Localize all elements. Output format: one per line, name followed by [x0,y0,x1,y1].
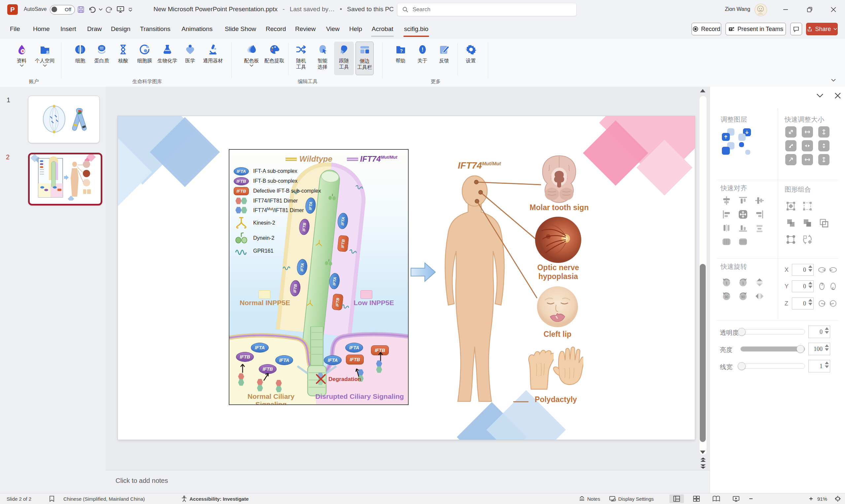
help-button[interactable]: ? 帮助 [391,41,411,75]
search-input[interactable] [412,6,545,13]
distribute-vertical-button[interactable] [754,222,765,234]
ciliary-signaling-figure[interactable]: Wildtype IFT74Mut/Mut IFTA IFTB IFTA IFT… [229,149,409,405]
panel-close-button[interactable] [833,91,843,101]
tab-acrobat[interactable]: Acrobat [371,19,394,39]
reading-view-button[interactable] [709,494,723,503]
tab-draw[interactable]: Draw [87,19,102,39]
restore-button[interactable] [802,0,817,19]
rotate-z-cw-button[interactable] [817,299,827,308]
fragment-shapes-button[interactable] [785,234,796,245]
increment-button[interactable] [808,299,812,302]
notes-pane[interactable]: Click to add notes [106,470,710,493]
narrow-button[interactable] [802,140,813,151]
rotate-y-cw-button[interactable] [817,281,827,291]
heighten-button[interactable] [818,126,829,138]
align-center-vertical-button[interactable] [721,195,732,206]
redo-button[interactable] [104,4,115,15]
tab-file[interactable]: File [9,19,21,39]
y-rotation-input[interactable]: 0 [792,281,814,292]
nucleic-acid-library-button[interactable]: 核酸 [113,41,133,64]
align-right-button[interactable] [754,209,765,220]
rotate-right-1-button[interactable]: 1 [737,277,749,288]
zoom-level[interactable]: 91% [817,493,827,504]
tab-slide-show[interactable]: Slide Show [224,19,257,39]
settings-button[interactable]: 设置 [461,41,481,75]
scrollbar-thumb[interactable] [700,264,706,442]
undo-button[interactable] [87,4,98,15]
save-button[interactable] [75,4,87,15]
increment-button[interactable] [808,282,812,284]
protein-library-button[interactable]: 蛋白质 [92,41,111,64]
undo-dropdown[interactable] [98,4,104,15]
zoom-in-button[interactable] [809,493,813,504]
profile-button[interactable]: 资料 [12,41,32,68]
slide-2-thumbnail[interactable] [28,153,102,205]
search-bar[interactable] [397,3,577,16]
align-top-button[interactable] [737,195,749,206]
tab-home[interactable]: Home [32,19,51,39]
user-name[interactable]: Zion Wang [725,6,750,12]
decrement-button[interactable] [825,365,829,368]
line-width-slider-thumb[interactable] [738,362,746,370]
bring-to-front-button[interactable] [722,128,735,141]
brightness-slider[interactable] [740,346,805,352]
slide-sorter-view-button[interactable] [689,494,704,503]
rotate-x-ccw-button[interactable] [828,265,838,275]
brightness-input[interactable]: 100 [808,343,830,355]
language-indicator[interactable]: Chinese (Simplified, Mainland China) [64,493,145,504]
side-toolbar-button[interactable]: 侧边 工具栏 [355,41,374,75]
match-size-diagonal-button[interactable] [785,154,796,165]
x-rotation-input[interactable]: 0 [792,264,814,276]
smart-select-button[interactable]: 智能 选择 [313,41,332,75]
record-button[interactable]: Record [691,23,721,35]
panel-collapse-button[interactable] [815,91,825,101]
align-bottom-button[interactable] [737,222,749,234]
tab-scifig-bio[interactable]: scifig.bio [403,19,429,39]
spell-check-button[interactable] [49,493,55,504]
enlarge-diagonal-button[interactable] [785,126,796,138]
match-width-button[interactable] [802,154,813,165]
equalize-height-button[interactable] [737,236,749,247]
z-rotation-input[interactable]: 0 [792,298,814,309]
increment-button[interactable] [825,344,829,347]
tab-help[interactable]: Help [349,19,363,39]
previous-slide-button[interactable] [700,456,707,463]
powerpoint-app-icon[interactable]: P [7,4,18,15]
rotate-z-ccw-button[interactable] [828,299,838,308]
send-backward-button[interactable] [738,142,751,155]
scroll-up-arrow[interactable] [700,89,705,92]
collapse-ribbon-button[interactable] [829,78,838,83]
medicine-library-button[interactable]: 医学 [180,41,200,64]
increment-button[interactable] [825,361,829,364]
decrement-button[interactable] [808,269,812,272]
tab-transitions[interactable]: Transitions [139,19,171,39]
random-tool-button[interactable]: 随机 工具 [291,41,311,75]
brightness-slider-thumb[interactable] [796,345,805,353]
tab-insert[interactable]: Insert [60,19,77,39]
rotate-left-90-button[interactable]: 90 [721,291,732,302]
palette-button[interactable]: 配色板 [242,41,261,75]
customize-qat-button[interactable] [126,4,135,15]
feedback-button[interactable]: 反馈 [434,41,454,75]
shorten-button[interactable] [818,140,829,151]
align-left-button[interactable] [721,209,732,220]
zoom-out-button[interactable] [749,493,753,504]
line-width-input[interactable]: 1 [808,360,830,372]
rotate-right-90-button[interactable]: 90 [737,291,749,302]
display-settings-button[interactable]: Display Settings [609,493,654,504]
comments-button[interactable] [790,23,802,35]
align-center-both-button[interactable] [737,209,749,220]
saved-location[interactable]: Saved to this PC [347,6,394,13]
send-to-back-button[interactable] [738,128,751,141]
flip-horizontal-button[interactable] [754,291,765,302]
union-shapes-button[interactable] [785,217,796,229]
transparency-slider-thumb[interactable] [738,328,746,336]
color-picker-button[interactable]: 配色提取 [263,41,285,75]
equalize-width-button[interactable] [721,236,732,247]
autosave-toggle[interactable]: Off [50,5,75,15]
tab-view[interactable]: View [325,19,340,39]
decrement-button[interactable] [825,331,829,334]
decrement-button[interactable] [808,286,812,288]
present-in-teams-button[interactable]: Present in Teams [725,23,786,35]
normal-view-button[interactable] [669,494,684,503]
